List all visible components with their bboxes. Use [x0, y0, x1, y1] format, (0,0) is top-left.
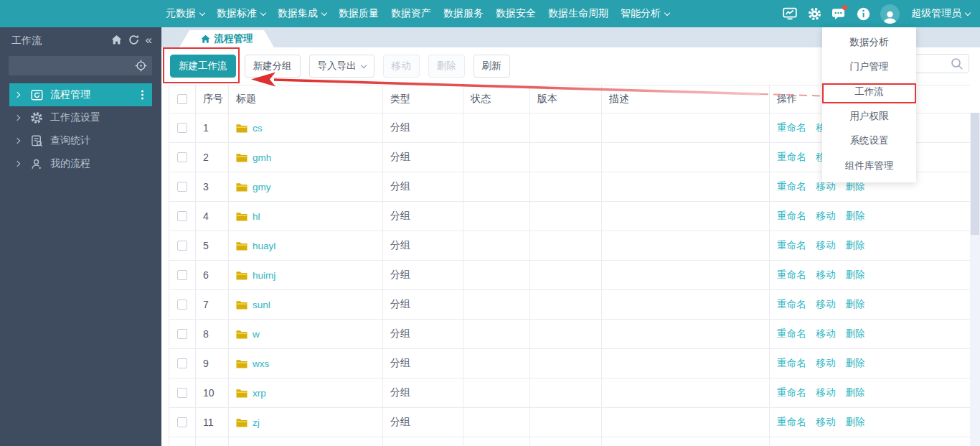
nav-menu-item[interactable]: 数据集成 [278, 7, 326, 20]
row-title-link[interactable]: cs [253, 123, 263, 134]
nav-menu-item[interactable]: 数据安全 [496, 7, 536, 20]
toolbar-button[interactable]: 导入导出 [309, 55, 374, 78]
delete-link[interactable]: 删除 [846, 269, 865, 282]
info-icon[interactable] [856, 6, 870, 21]
row-number: 9 [196, 349, 229, 378]
rename-link[interactable]: 重命名 [777, 298, 806, 311]
row-title-link[interactable]: w [253, 329, 260, 340]
delete-link[interactable]: 删除 [846, 416, 865, 429]
folder-icon [236, 153, 248, 162]
main-menu: 元数据 数据标准 数据集成 数据质量 [166, 0, 669, 27]
toolbar-button[interactable]: 移动 [383, 55, 420, 78]
row-checkbox[interactable] [177, 152, 187, 162]
row-checkbox[interactable] [177, 123, 187, 133]
row-title-link[interactable]: hl [253, 211, 260, 222]
rename-link[interactable]: 重命名 [777, 151, 806, 164]
toolbar-button[interactable]: 新建工作流 [170, 55, 236, 78]
select-all-checkbox[interactable] [177, 94, 187, 104]
toolbar-button[interactable]: 删除 [428, 55, 465, 78]
rename-link[interactable]: 重命名 [777, 357, 806, 370]
dropdown-menu-item[interactable]: 门户管理 [822, 55, 916, 79]
sidebar-menu-item[interactable]: 流程管理 [9, 83, 152, 106]
dropdown-menu-item[interactable]: 数据分析 [822, 30, 916, 55]
row-version [530, 290, 602, 319]
row-checkbox[interactable] [177, 211, 187, 221]
dropdown-menu-item[interactable]: 用户权限 [822, 104, 916, 129]
row-checkbox[interactable] [177, 182, 187, 192]
rename-link[interactable]: 重命名 [777, 269, 806, 282]
row-checkbox[interactable] [177, 388, 187, 398]
delete-link[interactable]: 删除 [846, 386, 865, 399]
row-title-link[interactable]: zj [253, 417, 260, 428]
sidebar-menu-item[interactable]: 工作流设置 [9, 106, 152, 129]
rename-link[interactable]: 重命名 [777, 416, 806, 429]
nav-menu-item[interactable]: 数据资产 [391, 7, 431, 20]
table-scrollbar[interactable] [970, 113, 980, 446]
dropdown-menu-item[interactable]: 系统设置 [822, 129, 916, 153]
sidebar-menu-item[interactable]: 我的流程 [9, 152, 152, 175]
delete-link[interactable]: 删除 [846, 210, 865, 223]
nav-menu-item[interactable]: 数据服务 [443, 7, 484, 20]
row-checkbox[interactable] [177, 241, 187, 251]
move-link[interactable]: 移动 [816, 239, 836, 252]
delete-link[interactable]: 删除 [846, 327, 865, 340]
row-title-link[interactable]: gmy [253, 182, 271, 192]
row-checkbox[interactable] [177, 329, 187, 339]
row-title-link[interactable]: gmh [253, 152, 271, 163]
nav-menu-item[interactable]: 智能分析 [621, 7, 669, 20]
move-link[interactable]: 移动 [816, 357, 836, 370]
row-title-cell: gmh [229, 143, 383, 172]
dropdown-menu-item[interactable]: 工作流 [822, 80, 916, 104]
row-checkbox[interactable] [177, 270, 187, 280]
nav-menu-item[interactable]: 元数据 [166, 7, 204, 20]
refresh-icon[interactable] [128, 34, 139, 45]
tab-process-management[interactable]: 流程管理 [179, 30, 274, 47]
collapse-icon[interactable]: « [146, 34, 152, 46]
more-options-icon[interactable] [141, 90, 143, 100]
toolbar-button[interactable]: 刷新 [473, 55, 510, 78]
move-link[interactable]: 移动 [816, 327, 836, 340]
rename-link[interactable]: 重命名 [777, 327, 806, 340]
sidebar-menu-item[interactable]: 查询统计 [9, 129, 152, 152]
messages-icon[interactable] [831, 6, 846, 21]
home-icon[interactable] [111, 34, 122, 45]
rename-link[interactable]: 重命名 [777, 239, 806, 252]
row-checkbox[interactable] [177, 358, 187, 368]
nav-menu-item[interactable]: 数据质量 [339, 7, 379, 20]
row-title-link[interactable]: huimj [253, 270, 275, 281]
move-link[interactable]: 移动 [816, 386, 836, 399]
delete-link[interactable]: 删除 [846, 357, 865, 370]
user-menu[interactable]: 超级管理员 [911, 7, 970, 20]
rename-link[interactable]: 重命名 [777, 121, 806, 134]
delete-link[interactable]: 删除 [846, 239, 865, 252]
row-title-link[interactable]: xrp [253, 388, 266, 399]
move-link[interactable]: 移动 [816, 210, 836, 223]
move-link[interactable]: 移动 [816, 269, 836, 282]
row-checkbox[interactable] [177, 299, 187, 310]
rename-link[interactable]: 重命名 [777, 180, 806, 193]
delete-link[interactable]: 删除 [846, 298, 865, 311]
dropdown-menu-item[interactable]: 组件库管理 [822, 153, 916, 177]
user-avatar-icon[interactable] [880, 4, 900, 24]
folder-icon [236, 182, 248, 192]
move-link[interactable]: 移动 [816, 416, 836, 429]
rename-link[interactable]: 重命名 [777, 210, 806, 223]
move-link[interactable]: 移动 [816, 298, 836, 311]
rename-link[interactable]: 重命名 [777, 386, 806, 399]
sidebar-search-input[interactable] [14, 56, 129, 75]
dashboard-chart-icon[interactable] [783, 6, 797, 21]
gear-icon[interactable] [807, 6, 821, 21]
nav-menu-item[interactable]: 数据标准 [217, 7, 265, 20]
row-checkbox[interactable] [177, 417, 187, 427]
nav-menu-item-label: 数据标准 [217, 7, 257, 20]
search-icon[interactable] [951, 57, 963, 73]
row-title-link[interactable]: wxs [253, 358, 269, 369]
toolbar-button[interactable]: 新建分组 [245, 55, 301, 78]
row-title-link[interactable]: huayl [253, 241, 275, 251]
row-type: 分组 [383, 261, 463, 289]
scrollbar-thumb[interactable] [971, 113, 979, 235]
nav-menu-item[interactable]: 数据生命周期 [548, 7, 608, 20]
locate-icon[interactable] [135, 60, 147, 75]
toolbar-button-label: 导入导出 [318, 60, 357, 73]
row-title-link[interactable]: sunl [253, 299, 270, 310]
